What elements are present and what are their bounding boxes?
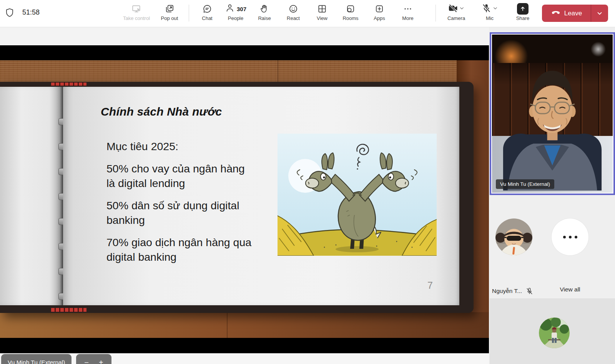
react-smiley-icon — [279, 3, 308, 15]
stage-bottom-strip — [0, 353, 489, 364]
people-icon — [225, 3, 235, 15]
rooms-icon — [336, 3, 365, 15]
share-button[interactable]: Share — [508, 3, 537, 21]
leave-chevron-icon[interactable] — [591, 5, 608, 22]
slide-page: Chính sách Nhà nước Mục tiêu 2025: 50% c… — [63, 87, 459, 305]
mic-button[interactable]: Mic — [474, 3, 505, 21]
speaker-person — [492, 35, 613, 193]
slide-title: Chính sách Nhà nước — [101, 105, 222, 118]
participant-mic-off-icon — [525, 287, 534, 297]
speaker-video: Vu Minh Tu (External) — [492, 35, 613, 193]
chat-button[interactable]: Chat — [193, 3, 222, 21]
mic-off-icon — [481, 3, 492, 15]
zoom-controls: − + — [76, 354, 111, 364]
pop-out-button[interactable]: Pop out — [154, 3, 185, 21]
camera-button[interactable]: Camera — [441, 3, 472, 21]
shared-video-frame: Chính sách Nhà nước Mục tiêu 2025: 50% c… — [0, 60, 489, 338]
slide-paragraph: 50% dân số sử dụng digital banking — [106, 198, 251, 227]
mic-chevron-icon[interactable] — [492, 5, 498, 13]
open-book: Chính sách Nhà nước Mục tiêu 2025: 50% c… — [0, 82, 474, 313]
letterbox-top — [0, 45, 489, 60]
hangup-phone-icon — [551, 7, 561, 19]
park-avatar-photo — [539, 318, 570, 348]
participant-row: Nguyễn T... — [492, 286, 534, 296]
toolbar-divider — [435, 5, 436, 22]
participants-sidebar: Vu Minh Tu (External) Nguyễn T... — [489, 27, 615, 364]
chat-icon — [193, 3, 222, 15]
share-icon — [517, 3, 529, 15]
active-speaker-video-tile[interactable]: Vu Minh Tu (External) — [490, 32, 615, 195]
people-count-badge: 307 — [237, 6, 246, 12]
meeting-toolbar: 51:58 Take control Pop out Chat 307 Peop… — [0, 0, 615, 27]
raise-hand-button[interactable]: Raise — [250, 3, 279, 21]
slide-paragraph: 70% giao dịch ngân hàng qua digital bank… — [106, 235, 251, 264]
red-bookmark-bottom — [51, 308, 86, 312]
people-button[interactable]: 307 People — [221, 3, 250, 21]
presenter-name-pill: Vu Minh Tu (External) — [1, 354, 71, 364]
more-icon — [575, 236, 577, 238]
take-control-button: Take control — [113, 3, 160, 21]
more-dots-icon — [393, 3, 422, 15]
shield-icon[interactable] — [5, 8, 15, 19]
participant-name: Nguyễn T... — [492, 288, 522, 295]
participant-avatar[interactable] — [495, 218, 532, 255]
meeting-timer: 51:58 — [22, 8, 40, 17]
more-button[interactable]: More — [393, 3, 422, 21]
participant-tile[interactable] — [490, 298, 615, 364]
toolbar-divider — [189, 5, 189, 22]
leave-label: Leave — [564, 10, 582, 17]
zoom-out-button[interactable]: − — [84, 359, 89, 364]
wood-background-top — [0, 60, 489, 83]
wood-background-bottom — [0, 312, 489, 338]
raise-hand-icon — [250, 3, 279, 15]
two-headed-donkey-cartoon — [278, 134, 437, 256]
camera-chevron-icon[interactable] — [459, 5, 465, 13]
slide-paragraph: Mục tiêu 2025: — [106, 139, 251, 154]
slide-body: Mục tiêu 2025: 50% cho vay của ngân hàng… — [106, 139, 251, 272]
rooms-button[interactable]: Rooms — [336, 3, 365, 21]
slide-page-number: 7 — [427, 280, 433, 291]
camera-off-icon — [448, 3, 458, 15]
more-icon — [563, 236, 566, 238]
zoom-in-button[interactable]: + — [99, 359, 103, 364]
take-control-icon — [113, 3, 160, 15]
participant-avatar — [539, 318, 570, 348]
apps-icon — [365, 3, 394, 15]
pop-out-icon — [154, 3, 185, 15]
view-all-label: View all — [552, 286, 588, 293]
apps-button[interactable]: Apps — [365, 3, 394, 21]
react-button[interactable]: React — [279, 3, 308, 21]
screen-share-stage: Chính sách Nhà nước Mục tiêu 2025: 50% c… — [0, 27, 489, 364]
more-icon — [569, 236, 572, 238]
presenter-name-label: Vu Minh Tu (External) — [8, 359, 65, 364]
view-button[interactable]: View — [308, 3, 337, 21]
speaker-name-tag: Vu Minh Tu (External) — [496, 179, 554, 189]
view-all-button[interactable] — [552, 218, 588, 255]
letterbox-bottom — [0, 338, 489, 353]
book-left-page — [0, 87, 62, 305]
slide-paragraph: 50% cho vay của ngân hàng là digital len… — [106, 161, 251, 190]
leave-button[interactable]: Leave — [542, 5, 608, 22]
view-grid-icon — [308, 3, 337, 15]
red-bookmark-top — [51, 83, 86, 86]
child-avatar-photo — [495, 218, 532, 255]
